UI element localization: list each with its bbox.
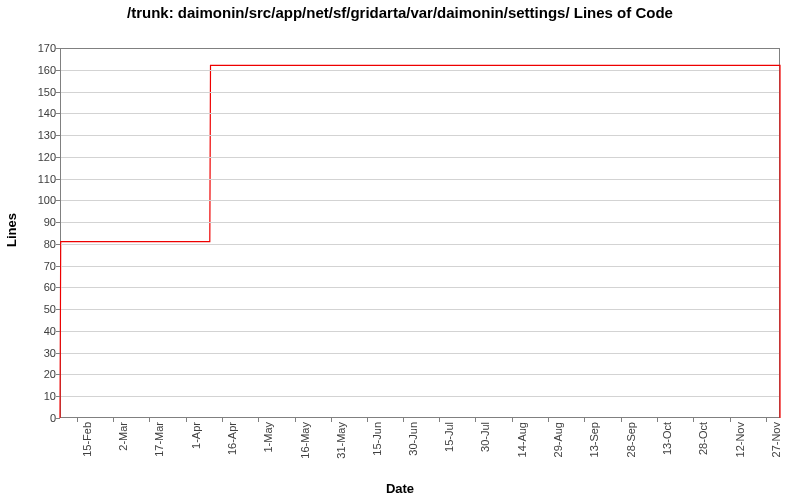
x-tick-mark — [766, 418, 767, 422]
y-tick-label: 140 — [16, 107, 56, 119]
x-tick-label: 15-Jul — [443, 422, 455, 452]
y-tick-label: 50 — [16, 303, 56, 315]
gridline — [61, 374, 779, 375]
y-tick-mark — [56, 287, 60, 288]
x-tick-mark — [258, 418, 259, 422]
x-tick-mark — [730, 418, 731, 422]
gridline — [61, 200, 779, 201]
gridline — [61, 179, 779, 180]
x-tick-label: 15-Jun — [371, 422, 383, 456]
x-tick-label: 1-Apr — [190, 422, 202, 449]
x-tick-mark — [657, 418, 658, 422]
x-tick-label: 13-Sep — [588, 422, 600, 457]
y-tick-mark — [56, 353, 60, 354]
y-tick-mark — [56, 179, 60, 180]
y-tick-mark — [56, 222, 60, 223]
gridline — [61, 92, 779, 93]
x-tick-mark — [331, 418, 332, 422]
x-tick-label: 14-Aug — [516, 422, 528, 457]
y-tick-label: 120 — [16, 151, 56, 163]
gridline — [61, 222, 779, 223]
loc-chart: /trunk: daimonin/src/app/net/sf/gridarta… — [0, 0, 800, 500]
gridline — [61, 266, 779, 267]
y-tick-mark — [56, 374, 60, 375]
x-tick-label: 1-May — [262, 422, 274, 453]
x-tick-mark — [77, 418, 78, 422]
x-tick-mark — [439, 418, 440, 422]
x-tick-mark — [149, 418, 150, 422]
x-tick-label: 12-Nov — [734, 422, 746, 457]
y-tick-label: 60 — [16, 281, 56, 293]
y-tick-label: 30 — [16, 347, 56, 359]
gridline — [61, 309, 779, 310]
x-tick-mark — [403, 418, 404, 422]
x-tick-label: 31-May — [335, 422, 347, 459]
x-tick-mark — [621, 418, 622, 422]
y-tick-label: 100 — [16, 194, 56, 206]
gridline — [61, 157, 779, 158]
gridline — [61, 287, 779, 288]
x-tick-label: 27-Nov — [770, 422, 782, 457]
x-tick-label: 2-Mar — [117, 422, 129, 451]
y-tick-label: 0 — [16, 412, 56, 424]
x-tick-label: 17-Mar — [153, 422, 165, 457]
x-tick-label: 30-Jun — [407, 422, 419, 456]
y-tick-mark — [56, 418, 60, 419]
y-tick-label: 10 — [16, 390, 56, 402]
y-tick-label: 70 — [16, 260, 56, 272]
x-tick-label: 28-Oct — [697, 422, 709, 455]
y-tick-mark — [56, 113, 60, 114]
x-tick-label: 13-Oct — [661, 422, 673, 455]
x-tick-mark — [295, 418, 296, 422]
y-tick-label: 40 — [16, 325, 56, 337]
y-tick-label: 130 — [16, 129, 56, 141]
gridline — [61, 353, 779, 354]
y-tick-mark — [56, 157, 60, 158]
gridline — [61, 396, 779, 397]
x-tick-label: 29-Aug — [552, 422, 564, 457]
x-tick-label: 16-May — [299, 422, 311, 459]
x-tick-mark — [512, 418, 513, 422]
y-tick-mark — [56, 331, 60, 332]
x-tick-label: 30-Jul — [479, 422, 491, 452]
x-tick-mark — [584, 418, 585, 422]
y-tick-mark — [56, 266, 60, 267]
y-tick-label: 160 — [16, 64, 56, 76]
y-tick-mark — [56, 309, 60, 310]
y-tick-label: 20 — [16, 368, 56, 380]
x-tick-mark — [693, 418, 694, 422]
x-tick-mark — [367, 418, 368, 422]
y-tick-label: 170 — [16, 42, 56, 54]
chart-title: /trunk: daimonin/src/app/net/sf/gridarta… — [0, 4, 800, 22]
y-tick-label: 90 — [16, 216, 56, 228]
gridline — [61, 331, 779, 332]
y-tick-mark — [56, 48, 60, 49]
x-tick-mark — [186, 418, 187, 422]
x-tick-label: 28-Sep — [625, 422, 637, 457]
x-tick-mark — [548, 418, 549, 422]
gridline — [61, 113, 779, 114]
y-tick-mark — [56, 244, 60, 245]
y-tick-mark — [56, 200, 60, 201]
y-tick-label: 80 — [16, 238, 56, 250]
data-series-line — [60, 48, 780, 418]
y-tick-label: 110 — [16, 173, 56, 185]
x-tick-label: 15-Feb — [81, 422, 93, 457]
y-tick-mark — [56, 92, 60, 93]
y-tick-mark — [56, 70, 60, 71]
gridline — [61, 135, 779, 136]
y-tick-label: 150 — [16, 86, 56, 98]
x-tick-mark — [222, 418, 223, 422]
gridline — [61, 244, 779, 245]
gridline — [61, 70, 779, 71]
x-tick-mark — [475, 418, 476, 422]
y-tick-mark — [56, 135, 60, 136]
x-axis-label: Date — [0, 481, 800, 496]
x-tick-mark — [113, 418, 114, 422]
x-tick-label: 16-Apr — [226, 422, 238, 455]
y-tick-mark — [56, 396, 60, 397]
